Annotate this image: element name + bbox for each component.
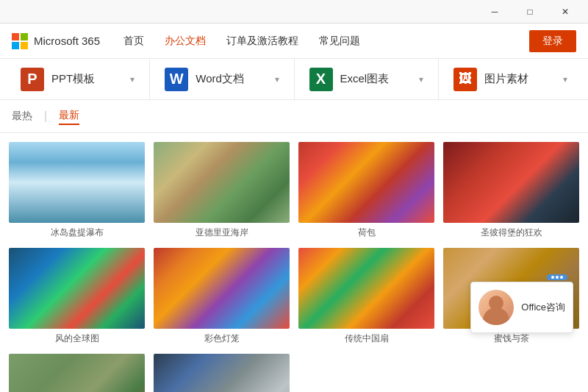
- nav-documents[interactable]: 办公文档: [165, 35, 206, 48]
- image-item-4[interactable]: 风的全球图: [9, 248, 145, 345]
- word-label: Word文档: [196, 72, 267, 86]
- chat-avatar: [478, 290, 514, 325]
- image-thumb-4: [9, 248, 145, 329]
- title-bar: ─ □ ✕: [0, 0, 588, 24]
- brand-name: Microsoft 365: [34, 35, 100, 47]
- filter-hot[interactable]: 最热: [12, 108, 32, 124]
- image-thumb-9: [154, 354, 290, 392]
- nav-orders[interactable]: 订单及激活教程: [226, 35, 298, 48]
- image-label-5: 彩色灯笼: [154, 332, 290, 345]
- image-item-8[interactable]: 罂粟花: [9, 354, 145, 392]
- ppt-icon: P: [21, 68, 44, 91]
- ppt-label: PPT模板: [51, 72, 123, 86]
- image-label-0: 冰岛盘提瀑布: [9, 227, 145, 239]
- image-item-3[interactable]: 圣彼得堡的狂欢: [443, 142, 579, 239]
- category-bar: P PPT模板 ▾ W Word文档 ▾ X Excel图表 ▾ 🖼 图片素材 …: [0, 59, 588, 100]
- maximize-button[interactable]: □: [513, 0, 547, 24]
- filter-newest[interactable]: 最新: [59, 107, 79, 125]
- image-item-9[interactable]: 字母背景: [154, 354, 290, 392]
- word-icon: W: [165, 68, 188, 91]
- logo-icon: [12, 33, 28, 49]
- window-controls: ─ □ ✕: [478, 0, 582, 24]
- excel-arrow-icon: ▾: [419, 74, 423, 85]
- image-thumb-6: [298, 248, 434, 329]
- image-item-5[interactable]: 彩色灯笼: [154, 248, 290, 345]
- image-thumb-0: [9, 142, 145, 223]
- image-label-1: 亚德里亚海岸: [154, 227, 290, 239]
- picture-arrow-icon: ▾: [563, 74, 567, 85]
- chat-widget: Office咨询: [470, 282, 573, 333]
- category-ppt[interactable]: P PPT模板 ▾: [6, 59, 150, 99]
- image-item-2[interactable]: 荷包: [298, 142, 434, 239]
- image-thumb-5: [154, 248, 290, 329]
- ppt-arrow-icon: ▾: [130, 74, 135, 85]
- login-button[interactable]: 登录: [529, 30, 576, 52]
- picture-icon: 🖼: [453, 68, 477, 91]
- word-arrow-icon: ▾: [275, 74, 279, 85]
- image-thumb-1: [154, 142, 290, 223]
- image-label-6: 传统中国扇: [298, 332, 434, 345]
- filter-divider: |: [44, 110, 47, 123]
- image-grid: 冰岛盘提瀑布 亚德里亚海岸 荷包 圣彼得堡的狂欢 风的全球图 彩色灯笼 传统中国…: [0, 133, 588, 392]
- image-label-4: 风的全球图: [9, 332, 145, 345]
- logo: Microsoft 365: [12, 33, 100, 49]
- close-button[interactable]: ✕: [548, 0, 582, 24]
- excel-icon: X: [309, 68, 333, 91]
- nav-links: 首页 办公文档 订单及激活教程 常见问题: [123, 35, 529, 48]
- category-excel[interactable]: X Excel图表 ▾: [295, 59, 439, 99]
- image-thumb-8: [9, 354, 145, 392]
- category-picture[interactable]: 🖼 图片素材 ▾: [439, 59, 582, 99]
- image-item-6[interactable]: 传统中国扇: [298, 248, 434, 345]
- image-label-7: 蜜饯与茶: [443, 332, 579, 345]
- dot-3: [560, 276, 563, 279]
- excel-label: Excel图表: [340, 72, 412, 86]
- filter-bar: 最热 | 最新: [0, 100, 588, 133]
- chat-bubble-wrapper[interactable]: Office咨询: [470, 282, 573, 333]
- navbar: Microsoft 365 首页 办公文档 订单及激活教程 常见问题 登录: [0, 24, 588, 59]
- nav-faq[interactable]: 常见问题: [319, 35, 360, 48]
- minimize-button[interactable]: ─: [478, 0, 512, 24]
- main-content: 冰岛盘提瀑布 亚德里亚海岸 荷包 圣彼得堡的狂欢 风的全球图 彩色灯笼 传统中国…: [0, 133, 588, 392]
- image-label-3: 圣彼得堡的狂欢: [443, 227, 579, 239]
- dot-2: [556, 276, 559, 279]
- picture-label: 图片素材: [484, 72, 556, 86]
- dot-1: [551, 276, 554, 279]
- chat-bubble[interactable]: Office咨询: [470, 282, 573, 333]
- chat-label: Office咨询: [521, 301, 565, 314]
- image-label-2: 荷包: [298, 227, 434, 239]
- nav-home[interactable]: 首页: [123, 35, 144, 48]
- chat-notification-dots: [547, 274, 567, 280]
- category-word[interactable]: W Word文档 ▾: [150, 59, 294, 99]
- image-item-0[interactable]: 冰岛盘提瀑布: [9, 142, 145, 239]
- image-thumb-3: [443, 142, 579, 223]
- image-item-1[interactable]: 亚德里亚海岸: [154, 142, 290, 239]
- image-thumb-2: [298, 142, 434, 223]
